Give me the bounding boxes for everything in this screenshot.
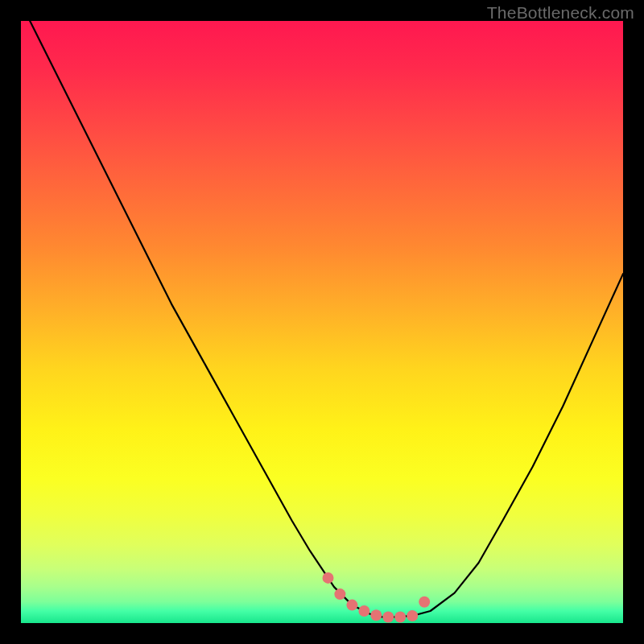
marker-dot [358, 605, 369, 617]
marker-dot [394, 612, 406, 623]
marker-dot [370, 609, 382, 621]
chart-stage: TheBottleneck.com [0, 0, 644, 644]
optimal-range-markers [323, 572, 431, 623]
marker-dot [334, 588, 345, 600]
watermark-text: TheBottleneck.com [487, 3, 634, 23]
marker-dot [382, 612, 394, 623]
plot-area [21, 21, 623, 623]
marker-dot [346, 600, 357, 611]
curve-layer [21, 21, 623, 623]
bottleneck-curve [21, 21, 623, 617]
marker-dot [323, 572, 334, 584]
marker-dot [419, 597, 430, 608]
marker-dot [407, 610, 418, 621]
